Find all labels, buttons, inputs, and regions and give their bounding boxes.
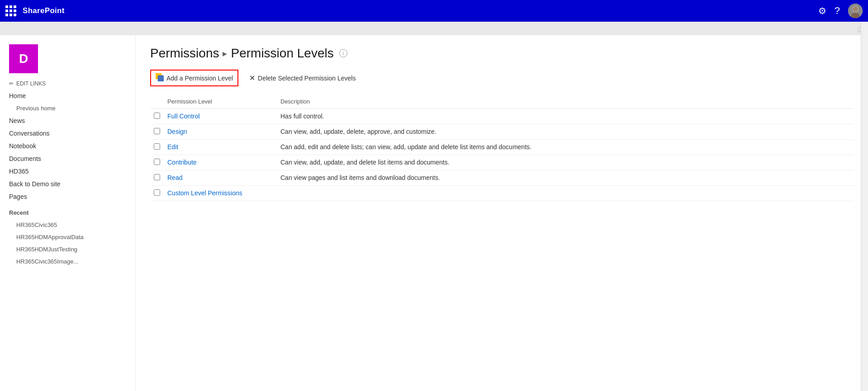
- info-icon[interactable]: i: [339, 49, 347, 57]
- waffle-icon[interactable]: [5, 5, 16, 16]
- sidebar: D ✏ EDIT LINKS Home Previous home News C…: [0, 35, 136, 391]
- permission-desc-cell: Can view pages and list items and downlo…: [277, 170, 854, 186]
- row-checkbox-cell: [150, 140, 164, 155]
- permission-link-2[interactable]: Edit: [167, 143, 178, 151]
- sidebar-item-recent-1[interactable]: HR365Civic365: [0, 219, 135, 231]
- permission-desc-cell: Has full control.: [277, 109, 854, 124]
- table-row: Full Control Has full control.: [150, 109, 854, 124]
- sidebar-item-notebook[interactable]: Notebook: [0, 140, 135, 152]
- main-layout: D ✏ EDIT LINKS Home Previous home News C…: [0, 35, 868, 391]
- brand-name: SharePoint: [23, 6, 65, 15]
- permission-desc-cell: Can view, add, update, and delete list i…: [277, 155, 854, 170]
- permission-name-cell: Read: [164, 170, 277, 186]
- svg-point-3: [853, 6, 858, 12]
- sidebar-item-documents[interactable]: Documents: [0, 152, 135, 165]
- row-checkbox-1[interactable]: [154, 128, 160, 134]
- row-checkbox-0[interactable]: [154, 113, 160, 119]
- col-permission-level-header: Permission Level: [164, 95, 277, 109]
- permission-link-0[interactable]: Full Control: [167, 113, 200, 120]
- scrollbar[interactable]: [861, 22, 868, 391]
- suite-bar: ⬜: [0, 22, 868, 35]
- sidebar-item-recent-2[interactable]: HR365HDMApprovalData: [0, 231, 135, 243]
- delete-icon: ✕: [249, 74, 255, 82]
- page-title: Permissions ▸ Permission Levels i: [150, 46, 854, 61]
- table-row: Custom Level Permissions: [150, 186, 854, 201]
- permission-name-cell: Edit: [164, 140, 277, 155]
- permission-name-cell: Custom Level Permissions: [164, 186, 277, 201]
- add-permission-icon: [156, 73, 164, 83]
- permission-name-cell: Full Control: [164, 109, 277, 124]
- sidebar-item-conversations[interactable]: Conversations: [0, 127, 135, 140]
- permissions-table: Permission Level Description Full Contro…: [150, 95, 854, 201]
- table-row: Edit Can add, edit and delete lists; can…: [150, 140, 854, 155]
- toolbar: Add a Permission Level ✕ Delete Selected…: [150, 70, 854, 86]
- svg-rect-6: [158, 75, 164, 81]
- permission-link-1[interactable]: Design: [167, 128, 187, 135]
- col-checkbox: [150, 95, 164, 109]
- top-nav-right: ⚙ ?: [818, 4, 863, 18]
- table-row: Read Can view pages and list items and d…: [150, 170, 854, 186]
- row-checkbox-cell: [150, 124, 164, 140]
- help-icon[interactable]: ?: [835, 5, 840, 17]
- row-checkbox-cell: [150, 170, 164, 186]
- row-checkbox-cell: [150, 155, 164, 170]
- breadcrumb-arrow: ▸: [223, 48, 227, 59]
- breadcrumb-permission-levels: Permission Levels: [231, 46, 333, 61]
- row-checkbox-cell: [150, 186, 164, 201]
- content-area: Permissions ▸ Permission Levels i Add a …: [136, 35, 868, 391]
- row-checkbox-3[interactable]: [154, 159, 160, 165]
- row-checkbox-2[interactable]: [154, 143, 160, 150]
- sidebar-item-previous-home[interactable]: Previous home: [0, 102, 135, 114]
- table-row: Design Can view, add, update, delete, ap…: [150, 124, 854, 140]
- permission-link-3[interactable]: Contribute: [167, 159, 197, 166]
- permission-desc-cell: Can add, edit and delete lists; can view…: [277, 140, 854, 155]
- sidebar-item-recent-3[interactable]: HR365HDMJustTesting: [0, 243, 135, 255]
- sidebar-section-recent: Recent: [0, 207, 135, 219]
- add-permission-label: Add a Permission Level: [166, 75, 233, 82]
- sidebar-item-news[interactable]: News: [0, 114, 135, 127]
- sidebar-item-back-to-demo[interactable]: Back to Demo site: [0, 178, 135, 190]
- top-nav: SharePoint ⚙ ?: [0, 0, 868, 22]
- settings-icon[interactable]: ⚙: [818, 5, 826, 16]
- breadcrumb-permissions: Permissions: [150, 46, 219, 61]
- permission-name-cell: Design: [164, 124, 277, 140]
- permission-name-cell: Contribute: [164, 155, 277, 170]
- site-logo: D: [9, 44, 38, 73]
- user-avatar[interactable]: [848, 4, 863, 18]
- pencil-icon: ✏: [9, 80, 14, 87]
- sidebar-item-recent-4[interactable]: HR365Civic365Image...: [0, 255, 135, 268]
- permission-desc-cell: [277, 186, 854, 201]
- permission-link-4[interactable]: Read: [167, 174, 182, 181]
- edit-links[interactable]: ✏ EDIT LINKS: [0, 80, 135, 87]
- add-permission-level-button[interactable]: Add a Permission Level: [150, 70, 238, 86]
- sidebar-item-hd365[interactable]: HD365: [0, 165, 135, 178]
- col-description-header: Description: [277, 95, 854, 109]
- table-header-row: Permission Level Description: [150, 95, 854, 109]
- sidebar-item-home[interactable]: Home: [0, 90, 135, 102]
- permission-link-5[interactable]: Custom Level Permissions: [167, 189, 242, 197]
- delete-permission-level-button[interactable]: ✕ Delete Selected Permission Levels: [249, 74, 356, 82]
- permission-desc-cell: Can view, add, update, delete, approve, …: [277, 124, 854, 140]
- row-checkbox-cell: [150, 109, 164, 124]
- sidebar-item-pages[interactable]: Pages: [0, 190, 135, 203]
- edit-links-label: EDIT LINKS: [16, 80, 46, 87]
- table-row: Contribute Can view, add, update, and de…: [150, 155, 854, 170]
- row-checkbox-4[interactable]: [154, 174, 160, 180]
- delete-permission-label: Delete Selected Permission Levels: [258, 75, 356, 82]
- row-checkbox-5[interactable]: [154, 189, 160, 196]
